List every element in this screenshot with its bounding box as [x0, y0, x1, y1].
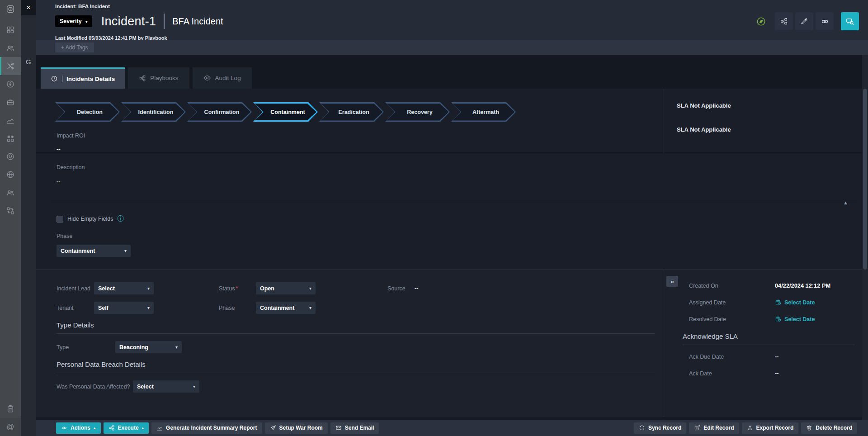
underlay-strip: × G — [21, 0, 36, 436]
hide-empty-fields-checkbox[interactable] — [57, 216, 63, 223]
impact-roi-label: Impact ROI — [57, 133, 664, 139]
playbook-icon[interactable] — [775, 12, 793, 30]
report-chart-icon — [156, 425, 163, 431]
phases-card: Detection Identification Confirmation Co… — [36, 89, 664, 153]
ack-date-value: -- — [775, 370, 779, 377]
export-record-button[interactable]: Export Record — [742, 422, 799, 434]
phase-aftermath[interactable]: Aftermath — [451, 102, 516, 122]
tab-label: Audit Log — [215, 75, 241, 81]
tags-row: + Add Tags — [36, 40, 868, 55]
edit-record-button[interactable]: Edit Record — [689, 422, 739, 434]
automation-bolt-icon[interactable] — [0, 75, 21, 93]
security-shield-icon[interactable] — [0, 147, 21, 166]
dashboard-grid-icon[interactable] — [0, 21, 21, 39]
phase-eradication[interactable]: Eradication — [319, 102, 384, 122]
delete-record-button[interactable]: Delete Record — [801, 422, 857, 434]
sidebar-spacer — [0, 220, 21, 400]
caret-down-icon: ▾ — [147, 305, 150, 310]
phase-containment-active[interactable]: Containment — [253, 102, 318, 122]
collapse-panel-button[interactable]: » — [666, 276, 678, 287]
calendar-icon — [775, 316, 782, 322]
data-flow-icon[interactable] — [0, 202, 21, 220]
sla-status-1: SLA Not Applicable — [677, 102, 868, 109]
tenant-dropdown[interactable]: Self▾ — [94, 302, 154, 314]
execute-button[interactable]: Execute▴ — [104, 422, 149, 434]
sla-status-2: SLA Not Applicable — [677, 126, 868, 133]
phase-identification[interactable]: Identification — [121, 102, 186, 122]
link-icon — [61, 425, 67, 431]
add-tags-button[interactable]: + Add Tags — [55, 43, 94, 52]
phase-dropdown[interactable]: Containment▾ — [256, 302, 316, 314]
collapse-section-icon[interactable]: ▲ — [843, 200, 848, 205]
personal-data-affected-dropdown[interactable]: Select▾ — [133, 380, 199, 393]
record-action-bar: Actions▴ Execute▴ Generate Incident Summ… — [36, 417, 868, 436]
setup-war-room-button[interactable]: Setup War Room — [265, 422, 328, 434]
resources-briefcase-icon[interactable] — [0, 93, 21, 111]
ack-due-date-value: -- — [775, 353, 779, 360]
mail-icon — [335, 425, 342, 431]
recommendation-leaf-icon[interactable] — [756, 16, 766, 27]
at-sign-icon[interactable]: @ — [0, 418, 21, 436]
severity-dropdown[interactable]: Severity ▾ — [55, 15, 92, 27]
tab-label-separator — [62, 76, 62, 82]
caret-down-icon: ▾ — [309, 305, 311, 310]
incident-alert-icon — [51, 75, 58, 82]
comments-icon[interactable] — [841, 12, 859, 30]
edit-square-icon — [694, 425, 700, 431]
section-divider — [57, 333, 655, 334]
incident-record-modal: Incident: BFA Incident Severity ▾ Incide… — [36, 0, 868, 436]
record-header: Incident: BFA Incident Severity ▾ Incide… — [36, 0, 868, 40]
caret-down-icon: ▾ — [175, 345, 178, 350]
description-section: Description -- ▲ — [36, 153, 868, 202]
caret-down-icon: ▾ — [309, 286, 311, 291]
form-main: Incident Lead Select▾ Status* Open▾ Sour… — [36, 270, 664, 417]
reports-chart-icon[interactable] — [0, 111, 21, 129]
app-sidebar: @ — [0, 0, 21, 436]
underlay-partial-text: G — [26, 58, 31, 66]
generate-incident-summary-report-button[interactable]: Generate Incident Summary Report — [151, 422, 262, 434]
export-icon — [747, 425, 753, 431]
phase-confirmation[interactable]: Confirmation — [187, 102, 252, 122]
section-divider — [57, 373, 655, 373]
caret-down-icon: ▾ — [193, 384, 195, 389]
info-icon[interactable]: ⓘ — [117, 215, 123, 223]
resolved-date-label: Resolved Date — [689, 316, 775, 322]
scrollbar-thumb[interactable] — [863, 89, 867, 270]
incident-lead-dropdown[interactable]: Select▾ — [94, 282, 154, 294]
globe-icon[interactable] — [0, 166, 21, 184]
widgets-icon[interactable] — [0, 129, 21, 147]
status-dropdown[interactable]: Open▾ — [256, 282, 316, 294]
tab-incidents-details[interactable]: Incidents Details — [41, 67, 125, 89]
phase-quick-dropdown[interactable]: Containment▾ — [57, 245, 131, 257]
incident-response-shuffle-icon[interactable] — [0, 57, 21, 75]
caret-down-icon: ▾ — [124, 248, 127, 253]
resolved-date-select-link[interactable]: Select Date — [775, 316, 815, 322]
assigned-date-select-link[interactable]: Select Date — [775, 299, 815, 306]
sla-panel: SLA Not Applicable SLA Not Applicable — [664, 89, 868, 153]
incident-lead-label: Incident Lead — [57, 285, 94, 292]
phase-detection[interactable]: Detection — [55, 102, 120, 122]
actions-button[interactable]: Actions▴ — [56, 422, 101, 434]
queues-people-icon[interactable] — [0, 39, 21, 57]
trash-icon — [806, 425, 812, 431]
phase-recovery[interactable]: Recovery — [385, 102, 450, 122]
vertical-scrollbar[interactable] — [862, 55, 868, 420]
tab-playbooks[interactable]: Playbooks — [128, 67, 189, 89]
caret-up-icon: ▴ — [142, 426, 144, 430]
link-icon[interactable] — [816, 12, 834, 30]
type-details-title: Type Details — [57, 321, 664, 329]
logo-target-icon[interactable] — [0, 0, 21, 18]
send-email-button[interactable]: Send Email — [330, 422, 379, 434]
type-dropdown[interactable]: Beaconing▾ — [115, 341, 182, 353]
tab-audit-log[interactable]: Audit Log — [193, 67, 252, 89]
users-icon[interactable] — [0, 184, 21, 202]
sync-record-button[interactable]: Sync Record — [634, 422, 686, 434]
clipboard-icon[interactable] — [0, 400, 21, 418]
sync-icon — [639, 425, 645, 431]
source-label: Source — [387, 285, 415, 292]
edit-icon[interactable] — [795, 12, 813, 30]
close-icon[interactable]: × — [21, 0, 36, 15]
tab-label: Incidents Details — [66, 76, 115, 82]
caret-down-icon: ▾ — [85, 19, 88, 24]
caret-down-icon: ▾ — [147, 286, 150, 291]
